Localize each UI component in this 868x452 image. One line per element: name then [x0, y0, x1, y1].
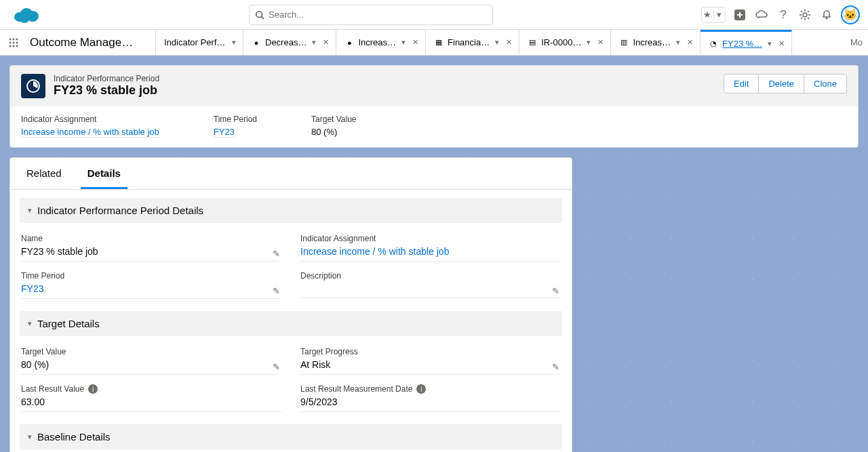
field-last-result-value: Last Result Value i 63.00: [20, 379, 283, 416]
cloud-icon: [755, 9, 768, 20]
edit-pencil-icon[interactable]: ✎: [552, 286, 559, 296]
star-icon: ★: [702, 9, 714, 20]
user-avatar[interactable]: 🐱: [841, 5, 860, 24]
close-icon[interactable]: ✕: [777, 39, 786, 48]
highlight-target-value: Target Value 80 (%): [311, 115, 357, 138]
record-title: FY23 % stable job: [54, 83, 159, 98]
highlight-label: Indicator Assignment: [21, 115, 159, 124]
close-icon[interactable]: ✕: [411, 38, 420, 47]
delete-button[interactable]: Delete: [759, 74, 804, 94]
highlight-value-link[interactable]: FY23: [214, 127, 235, 138]
close-icon[interactable]: ✕: [321, 38, 330, 47]
chevron-down-icon[interactable]: ▾: [766, 39, 773, 48]
edit-pencil-icon[interactable]: ✎: [273, 249, 280, 259]
svg-point-16: [826, 17, 828, 19]
more-tabs-button[interactable]: Mo: [845, 30, 868, 55]
svg-point-3: [20, 15, 29, 23]
global-search-input[interactable]: [269, 5, 487, 24]
chevron-down-icon[interactable]: ▾: [494, 38, 500, 47]
add-button[interactable]: [732, 7, 747, 22]
chevron-down-icon[interactable]: ▾: [311, 38, 317, 47]
tab-related[interactable]: Related: [20, 158, 68, 189]
tab-label: FY23 %…: [722, 39, 762, 49]
global-search[interactable]: [249, 5, 493, 25]
svg-line-14: [801, 18, 802, 19]
svg-point-25: [16, 45, 18, 47]
record-highlights: Indicator Assignment Increase income / %…: [10, 106, 858, 147]
edit-pencil-icon[interactable]: ✎: [273, 362, 280, 372]
info-icon[interactable]: i: [88, 384, 98, 394]
chevron-down-icon[interactable]: ▾: [400, 38, 407, 47]
field-value-link[interactable]: FY23: [21, 283, 43, 294]
tab-label: Increas…: [633, 37, 671, 47]
nav-tab[interactable]: ◔FY23 %…▾✕: [701, 30, 792, 55]
nav-tab[interactable]: ●Decreas…▾✕: [243, 30, 336, 55]
edit-pencil-icon[interactable]: ✎: [552, 362, 559, 372]
svg-point-19: [16, 38, 18, 40]
section-ipp-details[interactable]: ▾ Indicator Performance Period Details: [20, 198, 562, 223]
svg-point-23: [9, 45, 12, 47]
section-target-details[interactable]: ▾ Target Details: [20, 311, 562, 336]
tab-label: IR-0000…: [541, 37, 581, 47]
question-icon: ?: [780, 8, 786, 22]
tab-label: Financia…: [448, 37, 490, 47]
section-title: Target Details: [37, 318, 100, 329]
close-icon[interactable]: ✕: [686, 38, 694, 47]
field-target-value: Target Value 80 (%) ✎: [20, 342, 283, 379]
section-baseline-details[interactable]: ▾ Baseline Details: [20, 424, 562, 449]
field-value: 63.00: [21, 396, 281, 412]
field-value-link[interactable]: Increase income / % with stable job: [300, 246, 449, 257]
section-title: Indicator Performance Period Details: [37, 205, 203, 216]
chevron-down-icon[interactable]: ▾: [231, 38, 237, 47]
help-button[interactable]: ?: [776, 7, 791, 22]
notifications-button[interactable]: [819, 7, 834, 22]
edit-button[interactable]: Edit: [724, 74, 759, 94]
chevron-down-icon[interactable]: ▾: [585, 38, 592, 47]
highlight-label: Time Period: [214, 115, 257, 124]
field-label: Target Progress: [300, 347, 561, 356]
tab-type-icon: ▦: [434, 38, 443, 47]
chevron-down-icon: ▾: [714, 9, 726, 20]
edit-pencil-icon[interactable]: ✎: [273, 286, 280, 296]
highlight-value-link[interactable]: Increase income / % with stable job: [21, 127, 159, 138]
section-title: Baseline Details: [37, 431, 111, 443]
global-actions: ★ ▾ ? 🐱: [701, 5, 860, 24]
nav-tab[interactable]: ●Increas…▾✕: [336, 30, 426, 55]
svg-point-21: [13, 41, 15, 43]
info-icon[interactable]: i: [416, 384, 426, 394]
setup-gear-button[interactable]: [797, 7, 812, 22]
tab-details[interactable]: Details: [81, 158, 127, 189]
svg-point-18: [13, 38, 15, 40]
svg-point-24: [13, 45, 15, 47]
field-label: Last Result Value i: [21, 384, 281, 394]
nav-tab[interactable]: Indicator Performance Pe…▾: [156, 30, 243, 55]
salesforce-setup-button[interactable]: [754, 7, 769, 22]
tab-type-icon: ●: [252, 38, 261, 47]
nav-tab[interactable]: ▤IR-0000…▾✕: [519, 30, 611, 55]
svg-point-22: [16, 41, 18, 43]
svg-line-12: [801, 11, 802, 12]
close-icon[interactable]: ✕: [596, 38, 605, 47]
nav-tab[interactable]: ▥Increas…▾✕: [611, 30, 701, 55]
tab-type-icon: ▥: [619, 38, 629, 47]
svg-point-17: [9, 38, 12, 40]
clone-button[interactable]: Clone: [804, 74, 847, 94]
svg-line-13: [808, 18, 809, 19]
tab-label: Indicator Performance Pe…: [164, 37, 226, 47]
tab-type-icon: ▤: [528, 38, 537, 47]
detail-panel: Related Details ▾ Indicator Performance …: [9, 157, 572, 452]
record-header-card: Indicator Performance Period FY23 % stab…: [9, 65, 859, 148]
chevron-down-icon: ▾: [28, 432, 32, 441]
nav-tab[interactable]: ▦Financia…▾✕: [426, 30, 519, 55]
highlight-label: Target Value: [311, 115, 357, 124]
bell-icon: [821, 9, 832, 20]
favorites-button[interactable]: ★ ▾: [701, 7, 726, 23]
panel-tabs: Related Details: [10, 158, 572, 190]
highlight-value: 80 (%): [311, 127, 357, 137]
record-actions: Edit Delete Clone: [724, 74, 847, 94]
close-icon[interactable]: ✕: [505, 38, 513, 47]
chevron-down-icon: ▾: [28, 319, 32, 328]
app-launcher-button[interactable]: [0, 30, 27, 55]
field-indicator-assignment: Indicator Assignment Increase income / %…: [299, 228, 562, 266]
chevron-down-icon[interactable]: ▾: [675, 38, 682, 47]
